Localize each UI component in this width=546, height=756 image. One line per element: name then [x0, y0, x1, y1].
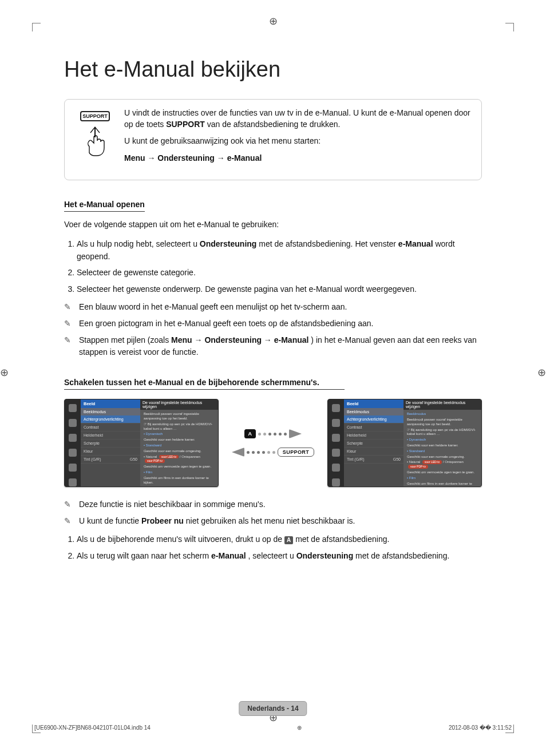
mini-detail-pane: De vooraf ingestelde beeldmodus wijzigen…	[403, 399, 481, 486]
registration-mark-icon: ⊕	[0, 366, 9, 379]
sec1-steps: Als u hulp nodig hebt, selecteert u Onde…	[64, 238, 482, 296]
sec1-lead: Voer de volgende stappen uit om het e-Ma…	[64, 219, 482, 230]
mini-detail-pane: De vooraf ingestelde beeldmodus wijzigen…	[140, 399, 218, 486]
intro-p2: U kunt de gebruiksaanwijzing ook via het…	[124, 136, 472, 147]
intro-callout: SUPPORT U vindt de instructies over de f…	[64, 99, 482, 180]
hand-press-icon	[79, 124, 111, 164]
sec1-note2: Een groen pictogram in het e-Manual geef…	[64, 318, 482, 330]
support-remote-illustration: SUPPORT	[74, 108, 116, 164]
diagram-arrows: A SUPPORT	[223, 429, 323, 457]
sec2-steps: Als u de bijbehorende menu's wilt uitvoe…	[64, 533, 482, 562]
tv-screenshot-right: Beeld Beeldmodus Achtergrondverlichting …	[327, 399, 482, 487]
page-title: Het e-Manual bekijken	[64, 57, 482, 82]
sec1-note1: Een blauw woord in het e-Manual geeft ee…	[64, 301, 482, 313]
sec2-step1: Als u de bijbehorende menu's wilt uitvoe…	[77, 533, 482, 545]
crop-mark	[32, 23, 41, 31]
mini-nav	[65, 399, 81, 486]
switch-diagram: Beeld Beeldmodus Achtergrondverlichting …	[64, 399, 482, 487]
arrow-right-icon	[289, 429, 302, 438]
mini-menu-list: Beeld Beeldmodus Achtergrondverlichting …	[344, 399, 403, 486]
inline-a-icon: A	[284, 536, 293, 544]
sec2-noteB: U kunt de functie Probeer nu niet gebrui…	[64, 515, 482, 527]
crop-mark	[505, 23, 514, 31]
page-number-badge: Nederlands - 14	[239, 701, 307, 716]
sec1-step3: Selecteer het gewenste onderwerp. De gew…	[77, 283, 482, 295]
page: ⊕ ⊕ ⊕ ⊕ Het e-Manual bekijken SUPPORT U …	[0, 0, 546, 756]
support-button-chip: SUPPORT	[278, 448, 314, 457]
sec1-notes: Een blauw woord in het e-Manual geeft ee…	[64, 301, 482, 358]
a-button-chip: A	[244, 429, 256, 438]
sec1-step1: Als u hulp nodig hebt, selecteert u Onde…	[77, 238, 482, 263]
sec2-noteA: Deze functie is niet beschikbaar in somm…	[64, 498, 482, 510]
intro-p1c: van de afstandsbediening te drukken.	[207, 120, 341, 129]
mini-nav	[328, 399, 344, 486]
arrow-left-icon	[232, 448, 244, 457]
intro-text: U vindt de instructies over de functies …	[124, 108, 472, 169]
registration-mark-icon: ⊕	[297, 725, 302, 731]
arrow-left: SUPPORT	[232, 448, 314, 457]
mini-menu-list: Beeld Beeldmodus Achtergrondverlichting …	[81, 399, 140, 486]
tv-screenshot-left: Beeld Beeldmodus Achtergrondverlichting …	[64, 399, 219, 487]
footer-left: [UE6900-XN-ZF]BN68-04210T-01L04.indb 14	[34, 725, 151, 731]
section-heading-switch: Schakelen tussen het e-Manual en de bijb…	[64, 378, 345, 390]
intro-menu-path: Menu → Ondersteuning → e-Manual	[124, 153, 472, 164]
print-footer: [UE6900-XN-ZF]BN68-04210T-01L04.indb 14 …	[34, 725, 512, 731]
section-heading-open: Het e-Manual openen	[64, 200, 145, 212]
intro-p1b: SUPPORT	[166, 120, 205, 129]
sec1-note3: Stappen met pijlen (zoals Menu → Onderst…	[64, 334, 482, 358]
support-button-label: SUPPORT	[80, 111, 110, 121]
sec1-step2: Selecteer de gewenste categorie.	[77, 266, 482, 279]
registration-mark-icon: ⊕	[269, 15, 278, 27]
sec2-step2: Als u terug wilt gaan naar het scherm e-…	[77, 549, 482, 562]
sec2-notes: Deze functie is niet beschikbaar in somm…	[64, 498, 482, 527]
registration-mark-icon: ⊕	[537, 366, 546, 379]
arrow-right: A	[244, 429, 302, 438]
footer-right: 2012-08-03 �� 3:11:52	[449, 725, 512, 731]
